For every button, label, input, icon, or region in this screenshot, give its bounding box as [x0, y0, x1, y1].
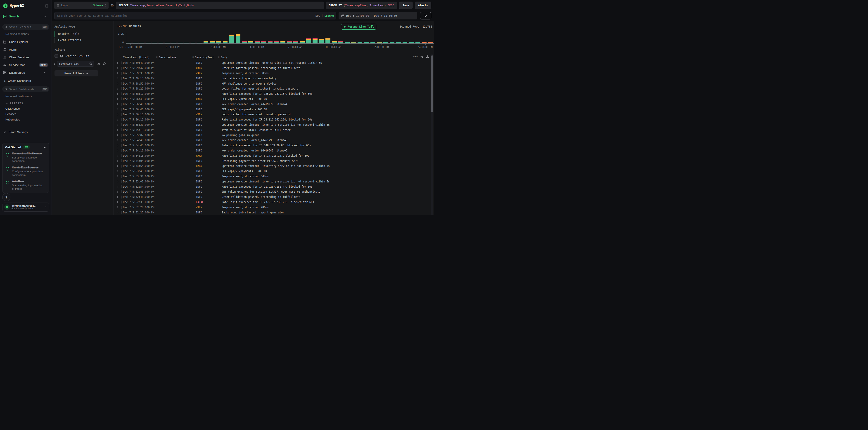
histogram-bar[interactable] [268, 41, 273, 43]
expand-row-chevron-icon[interactable] [117, 62, 122, 64]
expand-row-chevron-icon[interactable] [117, 113, 122, 116]
histogram-bar[interactable] [229, 35, 234, 43]
histogram-bar[interactable] [409, 42, 414, 43]
expand-row-chevron-icon[interactable] [117, 165, 122, 168]
histogram-bar[interactable] [377, 42, 381, 43]
histogram-bar[interactable] [223, 41, 227, 43]
expand-row-chevron-icon[interactable] [117, 128, 122, 131]
histogram-bar[interactable] [287, 41, 292, 43]
table-row[interactable]: Dec 7 5:54:43.000 PMINFORate limit excee… [117, 143, 431, 148]
histogram-bar[interactable] [403, 42, 407, 43]
source-selector[interactable]: Logs Schema [54, 2, 108, 9]
drag-grip-icon[interactable]: ⠿ [218, 56, 220, 59]
expand-row-chevron-icon[interactable] [117, 93, 122, 95]
expand-row-chevron-icon[interactable] [117, 108, 122, 111]
table-row[interactable]: Dec 7 5:53:34.000 PMINFOResponse sent, d… [117, 174, 431, 179]
wrap-lines-icon[interactable] [420, 55, 423, 58]
table-row[interactable]: Dec 7 5:53:53.000 PMWARNUpstream service… [117, 163, 431, 169]
language-toggle[interactable]: SQL|Lucene [315, 14, 334, 18]
sidebar-item-team-settings[interactable]: Team Settings [0, 128, 52, 136]
event-search-input[interactable] [57, 14, 315, 18]
event-search[interactable]: SQL|Lucene [54, 12, 336, 20]
expand-row-chevron-icon[interactable] [117, 159, 122, 162]
expand-row-chevron-icon[interactable] [117, 103, 122, 106]
expand-row-chevron-icon[interactable] [117, 185, 122, 188]
lang-sql[interactable]: SQL [315, 14, 320, 18]
expand-row-chevron-icon[interactable] [117, 67, 122, 70]
get-started-item[interactable]: Create Data SourcesConfigure where your … [5, 166, 46, 177]
table-row[interactable]: Dec 7 5:59:14.000 PMINFOUser alice_w log… [117, 76, 431, 81]
expand-row-chevron-icon[interactable] [117, 196, 122, 198]
histogram-bar[interactable] [326, 38, 330, 43]
lang-lucene[interactable]: Lucene [324, 14, 334, 18]
expand-row-chevron-icon[interactable] [117, 82, 122, 85]
table-row[interactable]: Dec 7 5:56:12.000 PMINFORate limit excee… [117, 117, 431, 122]
drag-grip-icon[interactable]: ⠿ [156, 56, 158, 59]
expand-row-chevron-icon[interactable] [117, 149, 122, 152]
chart-icon[interactable] [97, 62, 100, 65]
expand-row-chevron-icon[interactable] [117, 211, 122, 214]
table-row[interactable]: Dec 7 5:54:05.000 PMINFOProcessing payme… [117, 158, 431, 163]
sidebar-item-client-sessions[interactable]: Client Sessions [0, 53, 52, 61]
expand-row-chevron-icon[interactable] [117, 139, 122, 142]
histogram-bar[interactable] [364, 42, 369, 43]
denoise-checkbox[interactable] [55, 54, 58, 58]
saved-dashboards-input[interactable] [9, 88, 41, 91]
expand-row-chevron-icon[interactable] [117, 77, 122, 80]
pin-icon[interactable] [103, 62, 106, 65]
table-row[interactable]: Dec 7 5:52:25.000 PMINFOBackground job s… [117, 210, 431, 215]
get-started-header[interactable]: Get Started 3/3 [5, 145, 46, 149]
table-row[interactable]: Dec 7 5:59:48.000 PMINFOUpstream service… [117, 60, 431, 66]
expand-row-chevron-icon[interactable] [117, 87, 122, 90]
save-button[interactable]: Save [399, 2, 412, 9]
sidebar-item-dashboards[interactable]: Dashboards [0, 69, 52, 76]
user-card[interactable]: D dominic.tran@clic... dominic.tran@clic… [2, 203, 49, 211]
expand-row-chevron-icon[interactable] [117, 72, 122, 75]
table-row[interactable]: Dec 7 5:55:38.000 PMINFOUpstream service… [117, 122, 431, 128]
help-button[interactable]: ? [2, 193, 10, 201]
column-timestamp[interactable]: Timestamp (Local) [122, 56, 155, 59]
histogram-bar[interactable] [293, 41, 298, 43]
create-dashboard-button[interactable]: + Create Dashboard [0, 77, 52, 85]
expand-row-chevron-icon[interactable] [117, 134, 122, 137]
histogram-bar[interactable] [313, 38, 317, 43]
expand-row-chevron-icon[interactable] [117, 175, 122, 178]
histogram-bar[interactable] [319, 39, 324, 44]
mode-event-patterns[interactable]: Event Patterns [55, 37, 114, 43]
table-row[interactable]: Dec 7 5:54:13.000 PMWARNRate limit excee… [117, 153, 431, 158]
expand-row-chevron-icon[interactable] [117, 123, 122, 126]
expand-row-chevron-icon[interactable] [117, 144, 122, 147]
histogram-bar[interactable] [415, 42, 420, 43]
histogram-bar[interactable] [300, 41, 305, 43]
mode-results-table[interactable]: Results Table [55, 31, 114, 37]
histogram-bar[interactable] [396, 42, 401, 43]
table-row[interactable]: Dec 7 5:56:49.000 PMWARNGET /api/v1/prod… [117, 97, 431, 102]
expand-row-chevron-icon[interactable] [117, 118, 122, 121]
sidebar-item-chart-explorer[interactable]: Chart Explorer [0, 38, 52, 46]
download-icon[interactable] [426, 55, 429, 58]
table-row[interactable]: Dec 7 5:58:17.000 PMINFORate limit excee… [117, 91, 431, 97]
table-row[interactable]: Dec 7 5:52:40.000 PMINFOOrder validation… [117, 194, 431, 200]
code-view-icon[interactable]: </> [413, 55, 418, 58]
table-row[interactable]: Dec 7 5:58:52.000 PMINFOMFA challenge se… [117, 81, 431, 86]
preset-dashboard-item[interactable]: Services [0, 111, 52, 117]
saved-dashboards-search[interactable]: ⌘K [2, 86, 49, 92]
expand-row-chevron-icon[interactable] [117, 190, 122, 193]
sidebar-item-search[interactable]: Search [0, 12, 52, 21]
column-body[interactable]: ⠿Body [217, 56, 416, 59]
preset-dashboard-item[interactable]: Kubernetes [0, 117, 52, 122]
histogram-bar[interactable] [345, 42, 349, 43]
table-row[interactable]: Dec 7 5:56:46.000 PMINFOGET /api/v1/paym… [117, 107, 431, 112]
histogram-bar[interactable] [383, 42, 388, 43]
table-row[interactable]: Dec 7 5:52:35.000 PMFATALRate limit exce… [117, 200, 431, 205]
run-query-button[interactable] [420, 12, 431, 20]
saved-searches-search[interactable]: ⌘K [2, 24, 49, 30]
table-row[interactable]: Dec 7 5:55:19.000 PMINFOItem 7525 out of… [117, 127, 431, 132]
expand-row-chevron-icon[interactable] [117, 180, 122, 183]
expand-row-chevron-icon[interactable] [117, 170, 122, 173]
histogram-bar[interactable] [338, 41, 343, 43]
histogram-bar[interactable] [280, 41, 285, 43]
chevron-right-icon[interactable] [53, 63, 56, 65]
expand-row-chevron-icon[interactable] [117, 201, 122, 203]
table-row[interactable]: Dec 7 5:52:46.000 PMINFOJWT token expire… [117, 189, 431, 194]
